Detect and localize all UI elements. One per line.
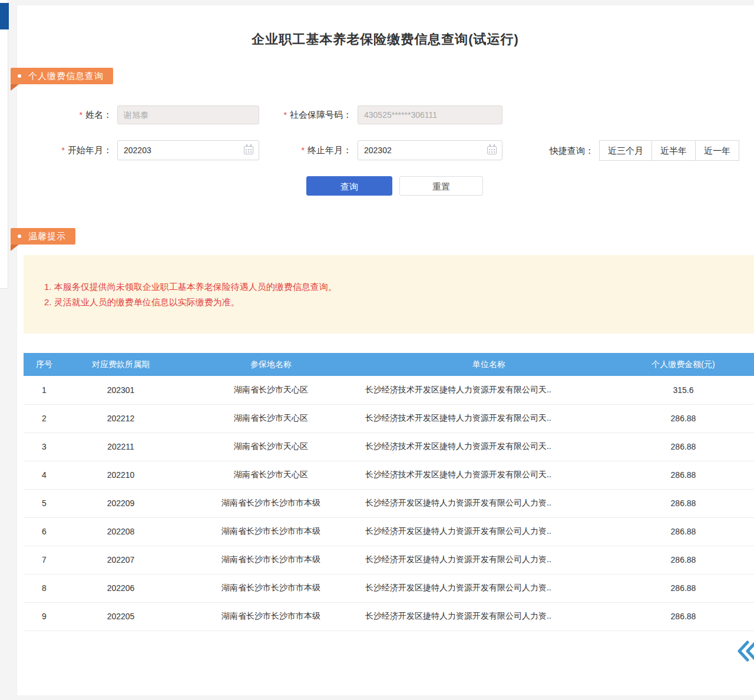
header-region: 参保地名称 <box>177 353 365 376</box>
cell-company: 长沙经济技术开发区捷特人力资源开发有限公司天.. <box>365 404 613 432</box>
cell-region: 湖南省长沙市天心区 <box>177 432 365 461</box>
cell-region: 湖南省长沙市长沙市市本级 <box>177 517 365 546</box>
section-badge-query-label: 个人缴费信息查询 <box>28 71 104 81</box>
cell-amount: 286.88 <box>613 432 754 461</box>
collapsed-sidebar <box>0 0 8 289</box>
cell-amount: 286.88 <box>613 461 754 489</box>
cell-amount: 286.88 <box>613 574 754 602</box>
cell-region: 湖南省长沙市长沙市市本级 <box>177 602 365 630</box>
cell-company: 长沙经济开发区捷特人力资源开发有限公司人力资.. <box>365 602 613 630</box>
table-row: 1202301湖南省长沙市天心区长沙经济技术开发区捷特人力资源开发有限公司天..… <box>24 376 754 404</box>
cell-company: 长沙经济技术开发区捷特人力资源开发有限公司天.. <box>365 376 613 404</box>
notice-box: 1. 本服务仅提供尚未领取企业职工基本养老保险待遇人员的缴费信息查询。 2. 灵… <box>24 255 754 334</box>
cell-index: 9 <box>24 602 65 630</box>
page-title: 企业职工基本养老保险缴费信息查询(试运行) <box>16 31 754 48</box>
double-left-chevron-icon[interactable] <box>734 640 754 662</box>
cell-region: 湖南省长沙市长沙市市本级 <box>177 546 365 574</box>
notice-line-2: 2. 灵活就业人员的缴费单位信息以实际缴费为准。 <box>44 295 742 310</box>
table-body: 1202301湖南省长沙市天心区长沙经济技术开发区捷特人力资源开发有限公司天..… <box>24 376 754 630</box>
section-badge-tips: 温馨提示 <box>11 228 75 245</box>
cell-index: 8 <box>24 574 65 602</box>
cell-period: 202301 <box>65 376 177 404</box>
cell-region: 湖南省长沙市长沙市市本级 <box>177 489 365 517</box>
cell-amount: 286.88 <box>613 404 754 432</box>
section-badge-tips-label: 温馨提示 <box>28 231 66 241</box>
cell-period: 202207 <box>65 546 177 574</box>
end-month-input[interactable]: 202302 <box>358 140 502 160</box>
cell-period: 202212 <box>65 404 177 432</box>
cell-region: 湖南省长沙市天心区 <box>177 461 365 489</box>
ssn-input[interactable]: 430525******306111 <box>358 105 502 124</box>
quick-btn-last-half-year[interactable]: 近半年 <box>652 140 696 161</box>
cell-period: 202211 <box>65 432 177 461</box>
cell-amount: 286.88 <box>613 602 754 630</box>
required-asterisk: * <box>284 110 287 120</box>
cell-period: 202206 <box>65 574 177 602</box>
cell-period: 202205 <box>65 602 177 630</box>
cell-region: 湖南省长沙市天心区 <box>177 376 365 404</box>
cell-index: 6 <box>24 517 65 546</box>
quick-query-label: 快捷查询： <box>533 141 594 161</box>
quick-btn-last-3-months[interactable]: 近三个月 <box>599 140 652 161</box>
cell-region: 湖南省长沙市长沙市市本级 <box>177 574 365 602</box>
notice-line-1: 1. 本服务仅提供尚未领取企业职工基本养老保险待遇人员的缴费信息查询。 <box>44 279 742 295</box>
cell-amount: 286.88 <box>613 489 754 517</box>
cell-index: 5 <box>24 489 65 517</box>
cell-company: 长沙经济开发区捷特人力资源开发有限公司人力资.. <box>365 489 613 517</box>
result-table: 序号 对应费款所属期 参保地名称 单位名称 个人缴费金额(元) 1202301湖… <box>24 353 754 631</box>
header-index: 序号 <box>24 353 65 376</box>
ssn-label: *社会保障号码： <box>262 105 352 124</box>
start-month-input[interactable]: 202203 <box>117 140 259 160</box>
cell-company: 长沙经济开发区捷特人力资源开发有限公司人力资.. <box>365 517 613 546</box>
table-row: 6202208湖南省长沙市长沙市市本级长沙经济开发区捷特人力资源开发有限公司人力… <box>24 517 754 546</box>
required-asterisk: * <box>80 110 82 120</box>
cell-index: 4 <box>24 461 65 489</box>
cell-company: 长沙经济开发区捷特人力资源开发有限公司人力资.. <box>365 574 613 602</box>
table-row: 8202206湖南省长沙市长沙市市本级长沙经济开发区捷特人力资源开发有限公司人力… <box>24 574 754 602</box>
table-row: 7202207湖南省长沙市长沙市市本级长沙经济开发区捷特人力资源开发有限公司人力… <box>24 546 754 574</box>
calendar-icon[interactable] <box>487 146 497 154</box>
cell-company: 长沙经济技术开发区捷特人力资源开发有限公司天.. <box>365 432 613 461</box>
section-badge-query: 个人缴费信息查询 <box>11 68 113 84</box>
cell-company: 长沙经济开发区捷特人力资源开发有限公司人力资.. <box>365 546 613 574</box>
cell-index: 7 <box>24 546 65 574</box>
cell-period: 202208 <box>65 517 177 546</box>
cell-company: 长沙经济技术开发区捷特人力资源开发有限公司天.. <box>365 461 613 489</box>
name-input[interactable]: 谢旭泰 <box>117 105 259 124</box>
cell-amount: 315.6 <box>613 376 754 404</box>
header-company: 单位名称 <box>365 353 613 376</box>
calendar-icon[interactable] <box>244 146 253 154</box>
start-month-label: *开始年月： <box>35 141 112 160</box>
cell-index: 3 <box>24 432 65 461</box>
table-row: 4202210湖南省长沙市天心区长沙经济技术开发区捷特人力资源开发有限公司天..… <box>24 461 754 489</box>
table-row: 5202209湖南省长沙市长沙市市本级长沙经济开发区捷特人力资源开发有限公司人力… <box>24 489 754 517</box>
header-amount: 个人缴费金额(元) <box>613 353 754 376</box>
required-asterisk: * <box>302 146 305 155</box>
sidebar-active-indicator[interactable] <box>0 3 9 29</box>
search-button[interactable]: 查询 <box>306 176 392 196</box>
table-row: 9202205湖南省长沙市长沙市市本级长沙经济开发区捷特人力资源开发有限公司人力… <box>24 602 754 630</box>
end-month-label: *终止年月： <box>262 141 352 160</box>
table-row: 2202212湖南省长沙市天心区长沙经济技术开发区捷特人力资源开发有限公司天..… <box>24 404 754 432</box>
reset-button[interactable]: 重置 <box>399 176 483 196</box>
bullet-dot-icon <box>18 235 21 238</box>
cell-amount: 286.88 <box>613 517 754 546</box>
cell-period: 202209 <box>65 489 177 517</box>
table-header: 序号 对应费款所属期 参保地名称 单位名称 个人缴费金额(元) <box>24 353 754 376</box>
required-asterisk: * <box>62 146 65 155</box>
cell-region: 湖南省长沙市天心区 <box>177 404 365 432</box>
cell-period: 202210 <box>65 461 177 489</box>
quick-btn-last-year[interactable]: 近一年 <box>695 140 739 161</box>
table-row: 3202211湖南省长沙市天心区长沙经济技术开发区捷特人力资源开发有限公司天..… <box>24 432 754 461</box>
header-period: 对应费款所属期 <box>65 353 177 376</box>
quick-query-group: 近三个月 近半年 近一年 <box>600 140 739 161</box>
bullet-dot-icon <box>18 74 21 78</box>
cell-index: 1 <box>24 376 65 404</box>
cell-index: 2 <box>24 404 65 432</box>
name-label: *姓名： <box>53 105 112 124</box>
cell-amount: 286.88 <box>613 546 754 574</box>
